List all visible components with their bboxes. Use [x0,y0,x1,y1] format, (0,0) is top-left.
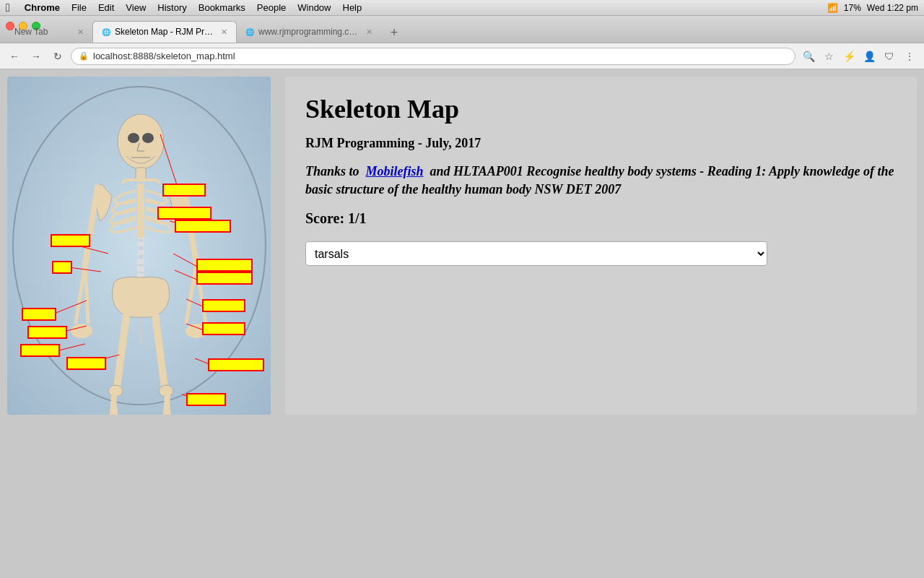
forward-button[interactable]: → [27,48,45,65]
url-text: localhost:8888/skeleton_map.html [93,51,235,61]
menu-bar:  Chrome File Edit View History Bookmark… [0,0,924,16]
tab-title-skeleton: Skeleton Map - RJM Programm... [115,27,214,37]
menu-people[interactable]: People [257,2,286,13]
search-icon[interactable]: 🔍 [800,48,817,65]
svg-rect-15 [138,241,144,246]
info-panel: Skeleton Map RJM Programming - July, 201… [285,77,917,415]
svg-line-22 [76,264,85,322]
tab-close-new-tab[interactable]: ✕ [77,27,84,37]
svg-point-3 [142,133,154,143]
menu-history[interactable]: History [157,2,186,13]
tab-skeleton[interactable]: 🌐 Skeleton Map - RJM Programm... ✕ [92,21,237,43]
svg-point-1 [118,114,164,169]
label-mandible[interactable] [157,207,212,220]
label-small1[interactable] [52,261,72,274]
menu-file[interactable]: File [71,2,87,13]
bookmark-icon[interactable]: ☆ [820,48,837,65]
shield-icon[interactable]: 🛡 [881,48,898,65]
tab-favicon-skeleton: 🌐 [102,28,110,36]
label-ribs[interactable] [202,299,245,312]
page-title: Skeleton Map [305,94,897,124]
menu-help[interactable]: Help [343,2,362,13]
url-bar[interactable]: 🔒 localhost:8888/skeleton_map.html [71,48,796,65]
dropdown-container: cranium mandible clavicle scapula sternu… [305,241,897,266]
tab-rjm[interactable]: 🌐 www.rjmprogramming.com.au ✕ [237,21,381,43]
label-cranium[interactable] [162,184,206,197]
author-line: RJM Programming - July, 2017 [305,136,897,151]
tab-close-skeleton[interactable]: ✕ [221,27,227,37]
svg-rect-17 [137,259,144,264]
score-display: Score: 1/1 [305,210,897,227]
apple-menu[interactable]:  [6,1,10,14]
label-patella[interactable] [186,393,226,406]
lock-icon: 🔒 [79,51,89,61]
label-radius[interactable] [27,326,67,339]
tab-title-new-tab: New Tab [14,27,70,37]
svg-point-2 [128,133,139,143]
svg-rect-16 [138,250,144,255]
svg-point-27 [71,324,92,338]
tab-title-rjm: www.rjmprogramming.com.au [258,27,359,37]
label-humerus[interactable] [196,272,253,285]
page-content: tibia Skeleton Map RJM Programming - Jul… [0,69,924,578]
tab-bar: New Tab ✕ 🌐 Skeleton Map - RJM Programm.… [0,16,924,43]
svg-line-34 [114,396,121,415]
thanks-prefix: Thanks to [305,164,359,178]
menu-view[interactable]: View [126,2,146,13]
menu-edit[interactable]: Edit [98,2,114,13]
label-clavicle[interactable] [175,220,231,233]
tab-new-tab[interactable]: New Tab ✕ [6,21,92,43]
address-bar: ← → ↻ 🔒 localhost:8888/skeleton_map.html… [0,43,924,69]
label-vertebrae[interactable] [22,308,56,321]
label-sternum[interactable] [196,259,253,272]
svg-line-29 [117,315,126,387]
menu-icon[interactable]: ⋮ [901,48,918,65]
menu-window[interactable]: Window [297,2,331,13]
svg-line-25 [186,264,196,322]
menu-bookmarks[interactable]: Bookmarks [199,2,245,13]
label-scapula[interactable] [51,234,90,247]
extensions-icon[interactable]: ⚡ [840,48,858,65]
new-tab-button[interactable]: + [384,22,404,43]
tab-favicon-rjm: 🌐 [245,28,254,36]
label-ulna[interactable] [20,344,60,357]
back-button[interactable]: ← [6,48,23,65]
menu-chrome[interactable]: Chrome [25,2,60,13]
label-femur[interactable] [208,358,264,371]
svg-line-23 [85,264,88,322]
thanks-text: Thanks to Mobilefish and HLTAAP001 Recog… [305,163,897,199]
clock: Wed 1:22 pm [867,3,918,13]
refresh-button[interactable]: ↻ [49,48,66,65]
wifi-icon: 📶 [827,3,838,13]
mobilefish-link[interactable]: Mobilefish [366,164,424,178]
tab-close-rjm[interactable]: ✕ [366,27,372,37]
svg-line-21 [85,187,97,264]
label-carpals[interactable] [66,357,106,370]
svg-line-30 [155,315,165,387]
battery-status: 17% [844,3,861,13]
svg-rect-20 [137,184,144,238]
label-pelvis[interactable] [202,322,245,335]
svg-rect-18 [137,266,144,272]
profile-icon[interactable]: 👤 [860,48,878,65]
bone-selector[interactable]: cranium mandible clavicle scapula sternu… [305,241,767,266]
chrome-window: New Tab ✕ 🌐 Skeleton Map - RJM Programm.… [0,16,924,578]
skeleton-image-container: tibia [7,77,271,415]
